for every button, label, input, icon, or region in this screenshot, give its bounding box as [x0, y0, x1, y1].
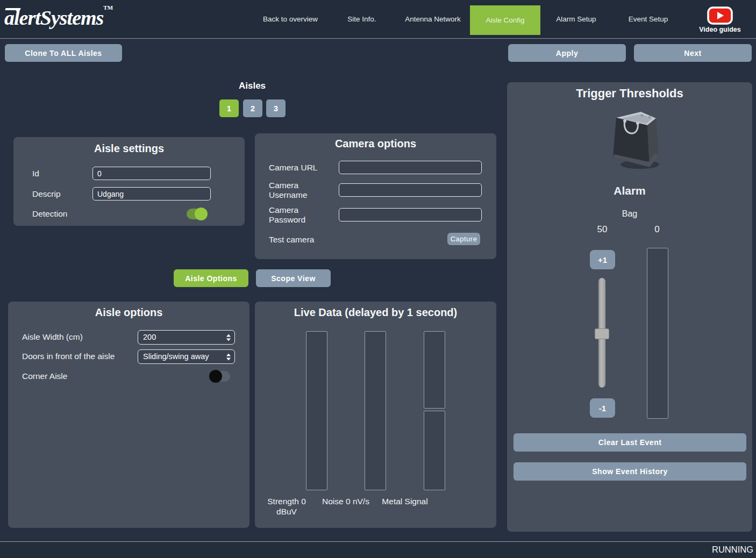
detection-toggle-knob	[195, 208, 208, 220]
nav-alarm-setup[interactable]: Alarm Setup	[553, 0, 599, 39]
clear-last-event-button[interactable]: Clear Last Event	[513, 433, 746, 452]
descrip-field[interactable]	[92, 187, 211, 201]
current-signal-value: 0	[636, 224, 679, 235]
trademark-symbol: TM	[103, 4, 113, 11]
logo-text-systems: Systems	[40, 6, 104, 29]
doors-label: Doors in front of the aisle	[22, 352, 115, 361]
aisle-width-value: 200	[143, 333, 156, 341]
youtube-icon	[707, 6, 733, 25]
aisle-button-2[interactable]: 2	[243, 99, 262, 117]
chevron-updown-icon	[226, 353, 231, 360]
noise-bar	[365, 331, 386, 490]
aisles-heading: Aisles	[225, 81, 279, 91]
apply-button[interactable]: Apply	[508, 44, 626, 62]
decrement-threshold-button[interactable]: -1	[590, 398, 615, 418]
detection-label: Detection	[32, 209, 67, 219]
metal-signal-bar-upper	[424, 331, 445, 409]
metal-signal-bar-label: Metal Signal	[375, 496, 434, 506]
camera-url-field[interactable]	[339, 161, 482, 174]
id-field[interactable]	[92, 167, 211, 180]
scope-view-tab-button[interactable]: Scope View	[256, 269, 331, 287]
aisle-options-panel: Aisle options Aisle Width (cm) 200 Doors…	[8, 302, 249, 528]
threshold-slider[interactable]	[598, 278, 605, 388]
nav-antenna-network[interactable]: Antenna Network	[401, 0, 465, 39]
nav-event-setup[interactable]: Event Setup	[625, 0, 671, 39]
detection-toggle[interactable]	[187, 209, 206, 219]
trigger-thresholds-panel: Trigger Thresholds Alarm Bag 50 0 +1 -1 …	[507, 82, 752, 532]
aisle-options-tab-button[interactable]: Aisle Options	[174, 269, 248, 287]
logo-text-al: al	[4, 6, 19, 29]
aisle-width-select[interactable]: 200	[138, 330, 235, 345]
corner-aisle-toggle-knob	[209, 370, 222, 383]
corner-aisle-label: Corner Aisle	[22, 371, 67, 381]
camera-options-panel: Camera options Camera URL Camera Usernam…	[255, 133, 496, 259]
descrip-label: Descrip	[32, 189, 61, 199]
status-running: RUNNING	[712, 545, 753, 555]
next-button[interactable]: Next	[634, 44, 752, 62]
metal-signal-bar-lower	[424, 411, 445, 490]
test-camera-label: Test camera	[269, 235, 314, 245]
live-data-title: Live Data (delayed by 1 second)	[255, 306, 496, 319]
capture-button[interactable]: Capture	[447, 233, 480, 245]
doors-value: Sliding/swing away	[143, 352, 209, 361]
top-nav-bar: alertSystemsTM Back to overview Site Inf…	[0, 0, 756, 39]
aisle-button-3[interactable]: 3	[266, 99, 286, 117]
video-guides-button[interactable]: Video guides	[697, 0, 743, 39]
camera-username-label: Camera Username	[269, 181, 328, 200]
status-bar: RUNNING	[0, 541, 756, 558]
clone-to-all-aisles-button[interactable]: Clone To ALL Aisles	[5, 44, 122, 62]
strength-bar-label: Strength 0 dBuV	[257, 496, 316, 517]
bag-icon	[607, 109, 666, 171]
nav-back-to-overview[interactable]: Back to overview	[253, 0, 328, 39]
live-data-panel: Live Data (delayed by 1 second) Strength…	[255, 302, 496, 528]
nav-site-info[interactable]: Site Info.	[338, 0, 386, 39]
camera-password-field[interactable]	[339, 208, 482, 221]
aisle-width-label: Aisle Width (cm)	[22, 332, 83, 342]
nav-aisle-config[interactable]: Aisle Config	[470, 5, 540, 35]
logo-text-ert: ert	[19, 6, 40, 29]
id-label: Id	[32, 169, 39, 178]
threshold-value: 50	[581, 224, 624, 235]
camera-password-label: Camera Password	[269, 205, 328, 225]
brand-logo: alertSystemsTM	[4, 4, 113, 30]
doors-select[interactable]: Sliding/swing away	[138, 349, 235, 364]
show-event-history-button[interactable]: Show Event History	[513, 462, 746, 481]
chevron-updown-icon	[226, 334, 231, 341]
aisle-settings-panel: Aisle settings Id Descrip Detection	[13, 137, 245, 226]
bag-label: Bag	[507, 209, 752, 219]
camera-options-title: Camera options	[255, 138, 496, 150]
corner-aisle-toggle[interactable]	[211, 371, 230, 382]
strength-bar	[306, 331, 327, 490]
aisle-button-1[interactable]: 1	[219, 99, 239, 117]
threshold-slider-handle[interactable]	[595, 328, 609, 339]
signal-level-meter	[647, 248, 668, 419]
aisle-settings-title: Aisle settings	[13, 142, 245, 155]
camera-username-field[interactable]	[339, 183, 482, 197]
alarm-heading: Alarm	[507, 184, 752, 197]
aisle-options-title: Aisle options	[8, 306, 249, 319]
video-guides-label: Video guides	[697, 26, 743, 33]
trigger-thresholds-title: Trigger Thresholds	[507, 87, 752, 101]
app-screen: alertSystemsTM Back to overview Site Inf…	[0, 0, 756, 558]
noise-bar-label: Noise 0 nV/s	[316, 496, 375, 506]
camera-url-label: Camera URL	[269, 163, 334, 173]
increment-threshold-button[interactable]: +1	[590, 250, 615, 269]
